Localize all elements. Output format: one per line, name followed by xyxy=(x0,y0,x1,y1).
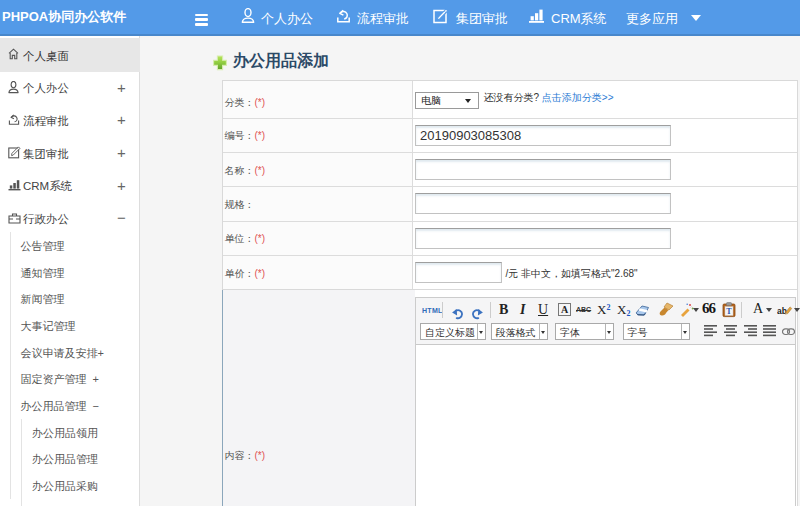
svg-text:T: T xyxy=(726,307,732,316)
